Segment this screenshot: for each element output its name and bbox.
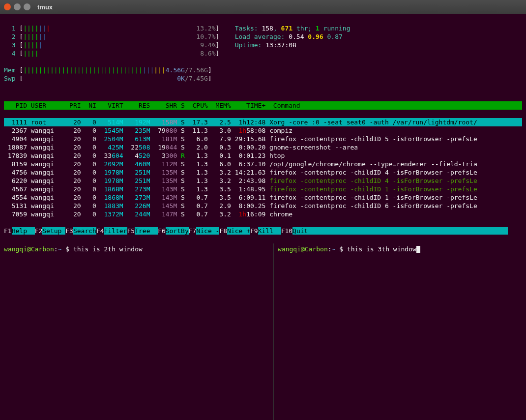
minimize-icon[interactable] xyxy=(14,3,21,10)
fkey-F6[interactable]: F6 xyxy=(158,227,166,235)
window-titlebar: tmux xyxy=(0,0,526,14)
cpu-meter-3: 3 [||||| 9.4%] Uptime: 13:37:08 xyxy=(4,41,522,49)
mem-meter: Mem [|||||||||||||||||||||||||||||||||||… xyxy=(4,66,522,74)
process-row[interactable]: 5131 wangqi 20 0 1883M 226M 145M S 0.7 2… xyxy=(4,202,522,210)
fkey-F7[interactable]: F7 xyxy=(189,227,197,235)
cpu-meter-4: 4 [|||| 8.6%] xyxy=(4,49,522,58)
process-row[interactable]: 18087 wangqi 20 0 425M 22508 19044 S 2.0… xyxy=(4,143,522,151)
process-row[interactable]: 4756 wangqi 20 0 1978M 251M 135M S 1.3 3… xyxy=(4,168,522,177)
cpu-meter-1: 1 [||||||| 13.2%] Tasks: 158, 671 thr; 1… xyxy=(4,24,522,32)
htop-pane[interactable]: 1 [||||||| 13.2%] Tasks: 158, 671 thr; 1… xyxy=(0,14,526,243)
process-row[interactable]: 6220 wangqi 20 0 1978M 251M 135M S 1.3 3… xyxy=(4,177,522,185)
maximize-icon[interactable] xyxy=(24,3,30,10)
process-header[interactable]: PID USER PRI NI VIRT RES SHR S CPU% MEM%… xyxy=(4,101,522,110)
fkey-F9[interactable]: F9 xyxy=(250,227,258,235)
command-text: this is 2th window xyxy=(73,245,143,253)
process-row[interactable]: 4554 wangqi 20 0 1868M 273M 143M S 0.7 3… xyxy=(4,193,522,202)
process-row[interactable]: 2367 wangqi 20 0 1545M 235M 79080 S 11.3… xyxy=(4,126,522,135)
swp-meter: Swp [ 0K/7.45G] xyxy=(4,74,522,83)
fkey-F3[interactable]: F3 xyxy=(65,227,73,235)
close-icon[interactable] xyxy=(4,3,11,10)
fkey-F10[interactable]: F10 xyxy=(281,227,292,235)
process-row[interactable]: 17839 wangqi 20 0 33604 4520 3300 R 1.3 … xyxy=(4,151,522,160)
cursor-icon xyxy=(416,246,420,253)
process-row[interactable]: 4567 wangqi 20 0 1868M 273M 143M S 1.3 3… xyxy=(4,185,522,193)
process-row[interactable]: 8159 wangqi 20 0 2092M 460M 112M S 1.3 6… xyxy=(4,160,522,168)
fkey-F2[interactable]: F2 xyxy=(35,227,43,235)
tmux-pane-2[interactable]: wangqi@Carbon:~ $ this is 2th window xyxy=(0,243,274,420)
fkey-F1[interactable]: F1 xyxy=(4,227,12,235)
cpu-meter-2: 2 [|||||| 10.7%] Load average: 0.54 0.96… xyxy=(4,32,522,41)
process-row[interactable]: 1111 root 20 0 514M 192M 158M S 17.3 2.5… xyxy=(4,118,522,126)
fkey-F8[interactable]: F8 xyxy=(219,227,227,235)
tmux-pane-3[interactable]: wangqi@Carbon:~ $ this is 3th window xyxy=(274,243,526,420)
fkey-bar[interactable]: F1Help F2Setup F3SearchF4FilterF5Tree F6… xyxy=(4,227,522,235)
command-text: this is 3th window xyxy=(347,245,416,253)
fkey-F5[interactable]: F5 xyxy=(127,227,135,235)
window-title: tmux xyxy=(37,3,53,11)
process-row[interactable]: 4904 wangqi 20 0 2504M 613M 181M S 6.0 7… xyxy=(4,135,522,143)
process-row[interactable]: 7059 wangqi 20 0 1372M 244M 147M S 0.7 3… xyxy=(4,210,522,218)
prompt-user: wangqi xyxy=(4,245,27,253)
fkey-F4[interactable]: F4 xyxy=(96,227,104,235)
